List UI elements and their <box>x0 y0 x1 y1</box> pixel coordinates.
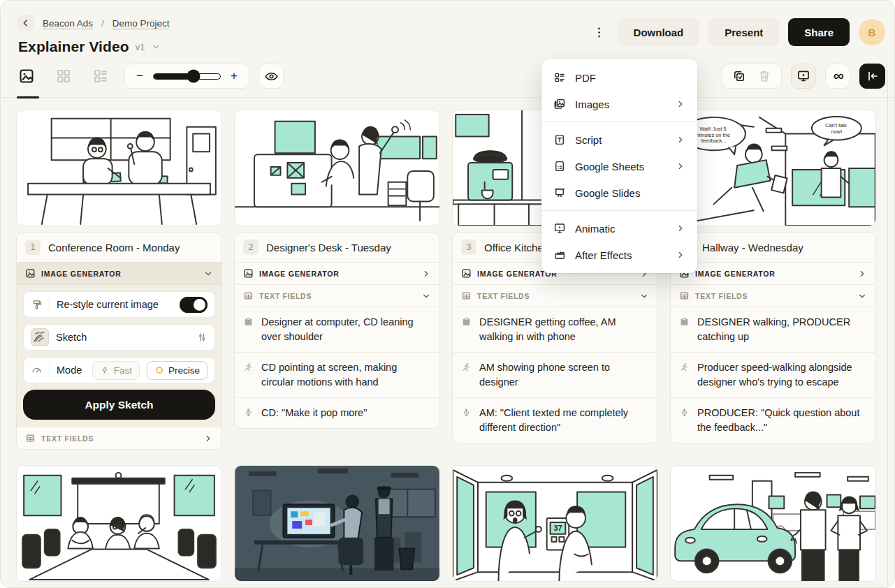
chevron-down-icon <box>203 269 213 279</box>
image-generator-section-toggle[interactable]: IMAGE GENERATOR <box>235 262 439 284</box>
zoom-out-button[interactable]: − <box>135 69 145 83</box>
chevron-down-icon <box>639 291 649 301</box>
field-text[interactable]: AM: "Client texted me completely differe… <box>479 406 649 435</box>
image-generator-section-toggle[interactable]: IMAGE GENERATOR <box>17 262 221 284</box>
menu-item-google-slides[interactable]: Google Slides <box>541 179 697 206</box>
present-frames-button[interactable] <box>791 64 816 89</box>
collapse-panel-button[interactable] <box>859 64 885 89</box>
fast-mode-button[interactable]: Fast <box>92 361 140 380</box>
style-select-row[interactable]: Sketch <box>23 324 215 351</box>
frame-title[interactable]: Conference Room - Monday <box>48 242 180 253</box>
kebab-menu-button[interactable] <box>590 19 609 45</box>
precise-mode-button[interactable]: Precise <box>147 361 208 380</box>
dialogue-icon <box>679 407 690 418</box>
image-generator-section-toggle[interactable]: IMAGE GENERATOR <box>671 262 875 284</box>
menu-divider <box>541 210 697 211</box>
menu-item-images[interactable]: Images <box>541 91 697 117</box>
multi-select-button[interactable] <box>727 64 752 88</box>
google-sheets-icon <box>553 160 566 172</box>
present-button[interactable]: Present <box>708 18 779 46</box>
text-fields-section-toggle[interactable]: TEXT FIELDS <box>17 427 221 449</box>
image-generator-panel: Re-style current image Sketch Mode Fas <box>17 284 221 427</box>
image-generator-icon <box>461 268 472 279</box>
field-text[interactable]: CD: "Make it pop more" <box>261 406 367 420</box>
frame-1-header[interactable]: 1 Conference Room - Monday <box>17 233 221 262</box>
menu-item-animatic[interactable]: Animatic <box>541 215 697 242</box>
frame-1-illustration[interactable] <box>16 110 222 226</box>
frame-7-illustration[interactable]: 37 <box>452 465 658 582</box>
action-field[interactable]: Producer speed-walking alongside designe… <box>671 352 875 397</box>
zoom-slider[interactable] <box>153 73 221 80</box>
designers-desk-scene <box>235 110 439 226</box>
field-text[interactable]: AM showing phone screen to designer <box>479 360 649 390</box>
text-fields-section-toggle[interactable]: TEXT FIELDS <box>671 284 875 307</box>
breadcrumb-project-link[interactable]: Beacon Ads <box>43 18 93 29</box>
active-view-underline <box>17 96 39 98</box>
view-list-button[interactable] <box>92 67 110 85</box>
style-settings-icon[interactable] <box>196 332 208 343</box>
breadcrumb-page-link[interactable]: Demo Project <box>112 18 170 29</box>
field-text[interactable]: PRODUCER: "Quick question about the feed… <box>697 406 867 435</box>
menu-item-google-sheets[interactable]: Google Sheets <box>541 153 697 179</box>
zoom-in-button[interactable]: + <box>229 69 239 83</box>
view-single-button[interactable] <box>17 67 36 85</box>
version-chevron-down-icon[interactable] <box>151 42 161 52</box>
submenu-chevron-icon <box>676 223 685 233</box>
dialogue-field[interactable]: PRODUCER: "Quick question about the feed… <box>671 397 875 443</box>
text-fields-section-toggle[interactable]: TEXT FIELDS <box>453 284 657 307</box>
field-text[interactable]: CD pointing at screen, making circular m… <box>261 360 431 390</box>
text-fields-section-toggle[interactable]: TEXT FIELDS <box>235 284 439 307</box>
restyle-toggle[interactable] <box>180 297 208 313</box>
back-button[interactable] <box>17 15 34 31</box>
menu-item-label: Google Slides <box>575 187 640 199</box>
action-field[interactable]: AM showing phone screen to designer <box>453 352 657 397</box>
style-thumbnail <box>31 328 49 346</box>
description-field[interactable]: Designer at computer, CD leaning over sh… <box>235 307 439 352</box>
frame-4-illustration[interactable]: Wait! Just 5 minutes on the feedback... … <box>670 110 876 226</box>
field-text[interactable]: DESIGNER getting coffee, AM walking in w… <box>479 315 649 344</box>
apply-sketch-button[interactable]: Apply Sketch <box>23 390 215 420</box>
share-button[interactable]: Share <box>788 18 850 46</box>
download-button[interactable]: Download <box>618 18 700 46</box>
frame-title[interactable]: Designer's Desk - Tuesday <box>266 242 391 253</box>
dialogue-icon <box>243 407 254 418</box>
preview-visibility-button[interactable] <box>259 64 284 89</box>
action-field[interactable]: CD pointing at screen, making circular m… <box>235 352 439 397</box>
menu-item-pdf[interactable]: PDF <box>541 64 697 91</box>
frame-2-illustration[interactable] <box>234 110 440 226</box>
action-icon <box>243 362 254 372</box>
frame-2-header[interactable]: 2 Designer's Desk - Tuesday <box>235 233 439 262</box>
avatar[interactable]: B <box>859 19 885 45</box>
view-grid-button[interactable] <box>54 67 73 85</box>
version-label[interactable]: v1 <box>136 42 145 52</box>
dialogue-field[interactable]: CD: "Make it pop more" <box>235 397 439 428</box>
text-fields-label: TEXT FIELDS <box>41 434 94 443</box>
frame-4-header[interactable]: Hallway - Wednesday <box>671 233 875 262</box>
text-fields-icon <box>243 291 254 301</box>
frame-title[interactable]: Hallway - Wednesday <box>702 242 803 253</box>
field-text[interactable]: Producer speed-walking alongside designe… <box>697 360 867 390</box>
infinity-button[interactable] <box>825 64 850 89</box>
delete-button[interactable] <box>752 64 777 88</box>
frame-number-badge: 2 <box>243 240 259 255</box>
frame-1-card: 1 Conference Room - Monday IMAGE GENERAT… <box>16 232 222 450</box>
submenu-chevron-icon <box>676 99 685 109</box>
frame-title[interactable]: Office Kitche <box>484 242 544 253</box>
menu-item-script[interactable]: Script <box>541 126 697 153</box>
precise-dashed-circle-icon <box>154 365 164 375</box>
frame-6-illustration[interactable] <box>234 465 440 582</box>
after-effects-icon <box>553 249 566 261</box>
menu-item-after-effects[interactable]: After Effects <box>541 242 697 268</box>
zoom-slider-knob[interactable] <box>187 70 201 83</box>
dialogue-field[interactable]: AM: "Client texted me completely differe… <box>453 397 657 443</box>
field-text[interactable]: Designer at computer, CD leaning over sh… <box>261 315 431 344</box>
parking-garage-scene <box>671 466 875 581</box>
field-text[interactable]: DESIGNER walking, PRODUCER catching up <box>697 315 867 344</box>
menu-item-label: Google Sheets <box>575 161 644 172</box>
frame-8-illustration[interactable] <box>670 465 876 582</box>
chevron-right-icon <box>857 269 867 279</box>
description-field[interactable]: DESIGNER walking, PRODUCER catching up <box>671 307 875 352</box>
frame-5-illustration[interactable] <box>16 465 222 582</box>
chevron-down-icon <box>421 291 431 301</box>
description-field[interactable]: DESIGNER getting coffee, AM walking in w… <box>453 307 657 352</box>
